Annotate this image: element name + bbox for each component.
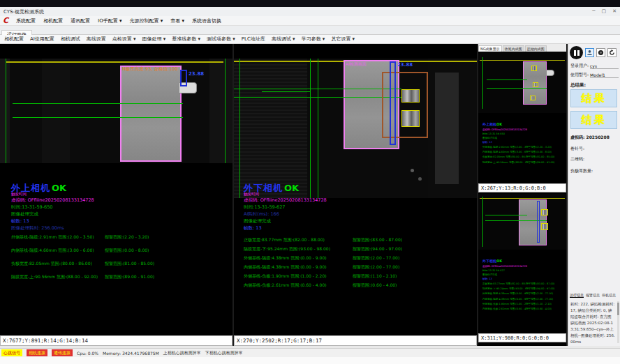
defect-box (401, 110, 420, 127)
menu-comm-config[interactable]: 通讯配置 (71, 17, 90, 24)
barcode-text: 虚拟码: OFfliine20250208133134728 (244, 197, 327, 204)
bottom-strip (0, 357, 620, 364)
model-value[interactable]: Model1 (590, 73, 619, 78)
titlebar: CYS-视觉检测系统 ─ ▢ ✕ (0, 7, 620, 16)
refresh-button[interactable] (607, 48, 617, 57)
alarm-range: 报警范围:(2.00 - 77.00) (353, 255, 399, 261)
time-text: 时间:13-31-59-627 (244, 204, 285, 211)
virtual-code-value: 20250208 (586, 135, 610, 139)
camera-left-image: 23.88 N极耳高度:93, 合格值:100 (0, 59, 232, 163)
done-text: 图像处理完成 (11, 211, 38, 218)
trigger-label: 触发时间 (11, 192, 27, 197)
memory-usage-text: Memory: 3424.41796875M (103, 351, 159, 356)
login-user-field: 登录用户: cys (570, 63, 619, 69)
tool-other-settings[interactable]: 其它设置 ▾ (331, 36, 355, 43)
defect-box (541, 223, 548, 230)
camera-view-left[interactable]: 23.88 N极耳高度:93, 合格值:100 外上相机OK 触发时间 虚拟码:… (0, 44, 232, 335)
total-result-label: 总结果: (570, 82, 586, 89)
log-scrollbar[interactable] (617, 301, 619, 343)
minimize-icon[interactable]: ─ (592, 9, 595, 14)
menu-system-config[interactable]: 系统配置 (16, 17, 36, 24)
info-tab-stop[interactable]: 停机信息 (602, 293, 616, 297)
side-button-row (570, 46, 617, 59)
camera-connect-badge: 相机连接 (27, 349, 47, 356)
tab-height-label: N极耳高度:93, 合格值:100 (122, 66, 178, 73)
alarm-range: 报警范围:(0.00 - 8.00) (105, 248, 149, 254)
statusbar: 心跳信号 相机连接 通讯连接 Cpu: 0.0% Memory: 3424.41… (0, 348, 620, 357)
measurement-row: 内侧基线-隔膜:4.60mm 范围:(3.00 - 6.00) (11, 248, 94, 254)
coords-bar-left: X:7677;Y:891;R:14;G:14;B:14 (0, 335, 232, 346)
measure-line (485, 215, 527, 215)
refresh-arrow-icon (609, 50, 615, 56)
virtual-code-label: 虚拟码: (570, 135, 584, 139)
mini-measurement: 外侧基线-隔膜:2.91mm 范围:(2.00 - 3.50)报警范围:(2.2… (482, 145, 565, 150)
heartbeat-badge: 心跳信号 (1, 349, 22, 356)
alarm-range: 报警范围:(0.60 - 4.00) (353, 282, 397, 289)
thumbnail-top-image[interactable] (478, 52, 566, 113)
camera-mid-image: 23.88 AI检测画面 (234, 59, 477, 198)
tab-electrode (546, 70, 554, 76)
log-scrollbar-thumb[interactable] (617, 303, 619, 315)
qr-code-label: 二维码: (570, 156, 584, 162)
close-icon[interactable]: ✕ (612, 9, 617, 14)
tool-offline-debug[interactable]: 离线调试 ▾ (272, 36, 295, 43)
tool-plc-address[interactable]: PLC地址库 (242, 36, 265, 43)
menu-io-config[interactable]: IO手配置 ▾ (98, 17, 121, 24)
thumb-tab-ng-display[interactable]: NG成像显示 (478, 45, 502, 52)
maximize-icon[interactable]: ▢ (602, 9, 607, 14)
baseline-green-vertical (318, 59, 318, 198)
measurement-row: 内侧基线-负极:2.61mm 范围:(0.60 - 4.00) (244, 282, 327, 289)
app-window: CYS-视觉检测系统 ─ ▢ ✕ C 系统配置 相机配置 通讯配置 IO手配置 … (0, 0, 620, 364)
result-box-1: 结果 (570, 89, 617, 107)
proc-time-text: 图像处理耗时: 256.00ms (11, 225, 64, 232)
machine-band (209, 59, 232, 163)
defect-box (530, 96, 536, 100)
login-user-value[interactable]: cys (590, 63, 619, 69)
thumb-tab-start-image[interactable]: 起始内成图 (525, 45, 547, 52)
pause-button[interactable] (570, 46, 583, 59)
tool-spot-check[interactable]: 点检设置 ▾ (112, 36, 136, 43)
tool-baseline-params[interactable]: 基准线参数 ▾ (172, 36, 200, 43)
mini-measurement: 外侧基线-负极:1.90mm 范围:(1.00 - 2.20)报警范围:(1.1… (482, 302, 565, 307)
thumbnail-top-text: 外上相机OK 虚拟码: OFfliine20250208133134728 时间… (482, 115, 565, 165)
model-field: 使用型号: Model1 (570, 72, 619, 78)
machine-band (42, 59, 70, 163)
menu-language-switch[interactable]: 系统语言切换 (192, 17, 221, 24)
result-box-2: 结果 (570, 111, 617, 129)
time-text: 时间:13-31-59-650 (11, 204, 52, 211)
user-login-button[interactable] (585, 48, 594, 57)
alarm-range: 报警范围:(1.10 - 2.10) (353, 273, 397, 280)
thumbnail-tabs: NG成像显示 收尾内成图 起始内成图 (478, 44, 566, 52)
tool-learning-params[interactable]: 学习参数 ▾ (302, 36, 325, 43)
thumbnail-bottom-image[interactable] (478, 194, 566, 250)
tool-image-processing[interactable]: 图像处理 ▾ (142, 36, 166, 43)
menu-view[interactable]: 查看 ▾ (170, 17, 184, 24)
menu-camera-config[interactable]: 相机配置 (43, 17, 63, 24)
baseline-green-vertical (225, 59, 226, 163)
tool-test-params[interactable]: 测试项参数 ▾ (207, 36, 235, 43)
coords-bar-middle: X:270;Y:2502;R:17;G:17;B:17 (234, 335, 477, 346)
ai-time-text: AI耗时(ms): 166 (244, 211, 279, 218)
info-tab-run[interactable]: 运行信息 (570, 293, 584, 297)
mini-measurement: 隔膜宽度-下:95.24mm 范围:(93.00 - 98.00)报警范围:(9… (482, 287, 565, 291)
tool-offline-settings[interactable]: 离线设置 (87, 36, 106, 43)
tool-camera-debug[interactable]: 相机调试 (61, 36, 80, 43)
camera-view-middle[interactable]: 23.88 AI检测画面 外下相机OK 触发时间 虚拟码: OFfliine20… (234, 44, 477, 335)
measure-line (234, 89, 401, 89)
tool-camera-config[interactable]: 相机配置 (4, 36, 24, 43)
trigger-label: 触发时间 (244, 192, 259, 197)
alarm-range: 报警范围:(83.00 - 87.00) (353, 237, 402, 243)
info-tab-alarm[interactable]: 报警信息 (586, 293, 600, 297)
run-log-text: 耗时: 222, 缺陷检测耗时: 17, 缺陷分类耗时: 0, 缺陷提取合并耗时… (570, 301, 615, 343)
mini-measurement: 内侧基线-隔膜:4.38mm 范围:(0.00 - 9.00)报警范围:(2.0… (482, 297, 565, 302)
measurement-row: 正极宽度:83.77mm 范围:(82.00 - 88.00) (244, 237, 325, 243)
alarm-range: 报警范围:(81.00 - 85.00) (105, 261, 154, 267)
ai-frame-label: AI检测画面 (346, 61, 367, 68)
tool-ai-use-config[interactable]: AI使用配置 (30, 36, 54, 43)
thumb-tab-tail-image[interactable]: 收尾内成图 (503, 45, 524, 52)
mini-measurement: 负极宽度:82.05mm 范围:(80.00 - 86.00)报警范围:(81.… (482, 155, 565, 160)
camera-toggle-button[interactable] (596, 48, 605, 57)
baseline-green-vertical (310, 59, 311, 198)
blue-value-label: 23.88 (397, 62, 413, 68)
menu-light-config[interactable]: 光源控制配置 ▾ (129, 17, 163, 24)
